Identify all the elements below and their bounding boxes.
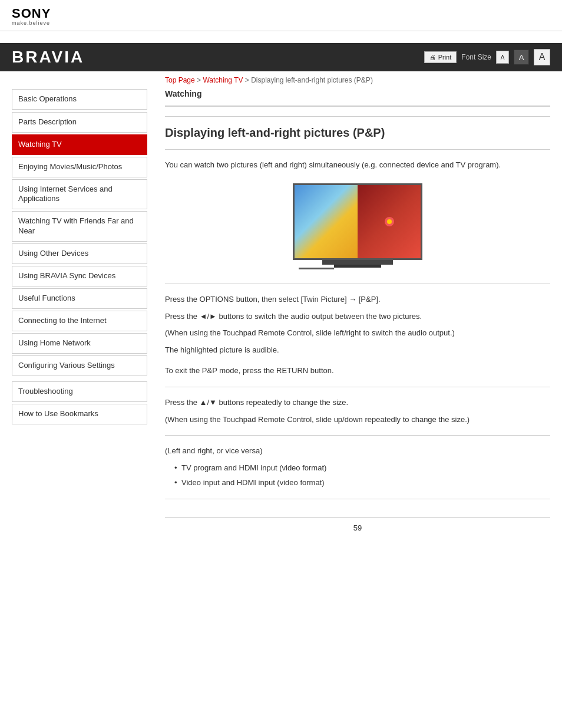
sidebar-item-connecting-internet[interactable]: Connecting to the Internet bbox=[12, 311, 147, 331]
breadcrumb-top-page[interactable]: Top Page bbox=[165, 76, 195, 84]
divider-top bbox=[165, 116, 550, 117]
top-bar: BRAVIA 🖨 Print Font Size A A A bbox=[0, 43, 562, 71]
header: SONY make.believe bbox=[0, 0, 562, 31]
combination-block: (Left and right, or vice versa) TV progr… bbox=[165, 445, 550, 489]
sidebar-item-useful-functions[interactable]: Useful Functions bbox=[12, 288, 147, 309]
list-item: Video input and HDMI input (video format… bbox=[174, 477, 550, 489]
main-page-title: Displaying left-and-right pictures (P&P) bbox=[165, 126, 550, 140]
section-watching-label: Watching bbox=[165, 89, 550, 98]
step4-text: The highlighted picture is audible. bbox=[165, 344, 550, 357]
tv-screen bbox=[293, 183, 422, 260]
list-item: TV program and HDMI input (video format) bbox=[174, 462, 550, 475]
flower-icon bbox=[381, 216, 398, 228]
sony-logo: SONY bbox=[12, 7, 550, 20]
sidebar-item-internet-services[interactable]: Using Internet Services and Applications bbox=[12, 179, 147, 210]
breadcrumb: Top Page > Watching TV > Displaying left… bbox=[0, 71, 562, 89]
tv-screen-right bbox=[358, 185, 421, 258]
intro-block: You can watch two pictures (left and rig… bbox=[165, 159, 550, 172]
tv-illustration bbox=[165, 183, 550, 269]
tv-cable bbox=[299, 268, 334, 269]
divider-before-bullets bbox=[165, 435, 550, 436]
breadcrumb-current: Displaying left-and-right pictures (P&P) bbox=[251, 76, 373, 84]
sidebar-item-watching-friends[interactable]: Watching TV with Friends Far and Near bbox=[12, 211, 147, 242]
print-button[interactable]: 🖨 Print bbox=[424, 51, 457, 63]
print-label: Print bbox=[438, 54, 452, 61]
sidebar-item-troubleshooting[interactable]: Troubleshooting bbox=[12, 381, 147, 402]
svg-point-1 bbox=[387, 219, 392, 224]
font-large-button[interactable]: A bbox=[534, 49, 550, 65]
sidebar-item-basic-operations[interactable]: Basic Operations bbox=[12, 89, 147, 110]
sony-tagline: make.believe bbox=[12, 20, 550, 26]
sidebar: Basic Operations Parts Description Watch… bbox=[12, 89, 153, 544]
breadcrumb-sep2: > bbox=[245, 76, 251, 84]
tv-screen-left bbox=[295, 185, 358, 258]
exit-block: To exit the P&P mode, press the RETURN b… bbox=[165, 365, 550, 377]
print-icon: 🖨 bbox=[429, 54, 436, 61]
sidebar-item-how-to-use[interactable]: How to Use Bookmarks bbox=[12, 404, 147, 424]
size-block: Press the ▲/▼ buttons repeatedly to chan… bbox=[165, 397, 550, 426]
divider-after-title bbox=[165, 149, 550, 150]
sidebar-item-home-network[interactable]: Using Home Network bbox=[12, 333, 147, 354]
step3-text: (When using the Touchpad Remote Control,… bbox=[165, 327, 550, 340]
bravia-brand: BRAVIA bbox=[12, 48, 84, 67]
divider-after-tv bbox=[165, 284, 550, 284]
breadcrumb-sep1: > bbox=[197, 76, 203, 84]
step1-text: Press the OPTIONS button, then select [T… bbox=[165, 294, 550, 306]
sidebar-item-various-settings[interactable]: Configuring Various Settings bbox=[12, 355, 147, 376]
page-layout: Basic Operations Parts Description Watch… bbox=[0, 89, 562, 544]
sidebar-item-enjoying-movies[interactable]: Enjoying Movies/Music/Photos bbox=[12, 157, 147, 177]
font-small-button[interactable]: A bbox=[496, 51, 509, 64]
page-title-bar: Watching bbox=[165, 89, 550, 107]
tv-base bbox=[322, 260, 393, 265]
sidebar-item-other-devices[interactable]: Using Other Devices bbox=[12, 243, 147, 264]
intro-text: You can watch two pictures (left and rig… bbox=[165, 159, 550, 172]
page-number: 59 bbox=[165, 517, 550, 532]
steps-block: Press the OPTIONS button, then select [T… bbox=[165, 294, 550, 357]
step2-text: Press the ◄/► buttons to switch the audi… bbox=[165, 311, 550, 323]
font-size-label: Font Size bbox=[461, 53, 491, 61]
sidebar-item-watching-tv[interactable]: Watching TV bbox=[12, 134, 147, 155]
combination-label: (Left and right, or vice versa) bbox=[165, 445, 550, 457]
sidebar-item-bravia-sync[interactable]: Using BRAVIA Sync Devices bbox=[12, 266, 147, 286]
size-touchpad-text: (When using the Touchpad Remote Control,… bbox=[165, 414, 550, 426]
size-text: Press the ▲/▼ buttons repeatedly to chan… bbox=[165, 397, 550, 409]
divider-mid bbox=[165, 387, 550, 387]
tv-stand bbox=[334, 265, 381, 268]
bullet-list: TV program and HDMI input (video format)… bbox=[174, 462, 550, 489]
breadcrumb-watching-tv[interactable]: Watching TV bbox=[203, 76, 243, 84]
tv-container bbox=[287, 183, 428, 269]
font-medium-button[interactable]: A bbox=[514, 50, 529, 65]
main-content: Watching Displaying left-and-right pictu… bbox=[153, 89, 562, 544]
exit-text: To exit the P&P mode, press the RETURN b… bbox=[165, 365, 550, 377]
divider-bottom bbox=[165, 499, 550, 499]
top-bar-controls: 🖨 Print Font Size A A A bbox=[424, 49, 550, 65]
sidebar-item-parts-description[interactable]: Parts Description bbox=[12, 112, 147, 133]
sidebar-basic-ops-section: Basic Operations bbox=[12, 89, 147, 110]
